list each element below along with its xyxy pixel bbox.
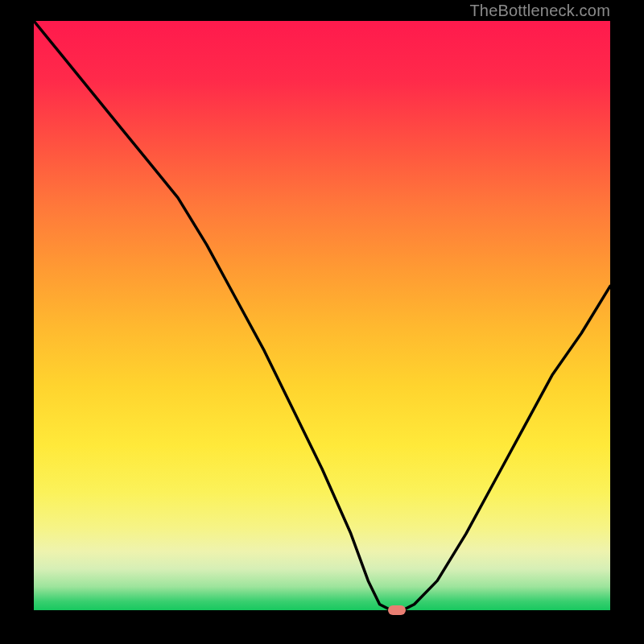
- optimum-marker: [388, 605, 406, 615]
- chart-frame: TheBottleneck.com: [0, 0, 644, 644]
- plot-area: [34, 21, 610, 610]
- watermark-text: TheBottleneck.com: [469, 2, 610, 20]
- bottleneck-curve: [34, 21, 610, 610]
